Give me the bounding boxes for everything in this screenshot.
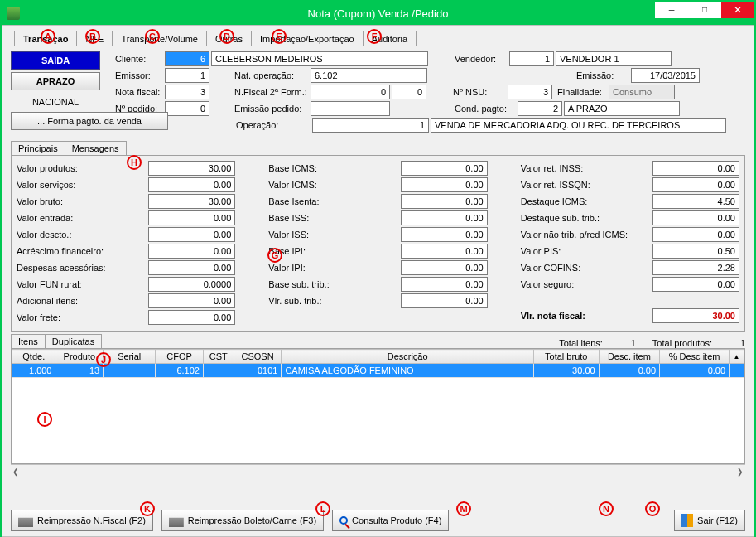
value-input[interactable] [652, 210, 739, 225]
value-input[interactable] [148, 293, 235, 308]
value-label: Valor PIS: [521, 246, 628, 256]
cliente-cod-input[interactable] [165, 51, 209, 66]
operacao-cod-input[interactable] [312, 118, 429, 133]
value-input[interactable] [401, 177, 488, 192]
total-itens-value: 1 [603, 338, 636, 348]
grid-header[interactable]: Total bruto [533, 350, 599, 364]
grid-header[interactable]: CST [203, 350, 234, 364]
grid-header[interactable]: CSOSN [234, 350, 282, 364]
grid-header[interactable]: % Desc item [660, 350, 730, 364]
value-input[interactable] [401, 244, 488, 259]
grid-scroll-up[interactable]: ▲ [730, 350, 744, 364]
value-input[interactable] [148, 177, 235, 192]
cliente-label: Cliente: [115, 54, 165, 64]
value-label: Base IPI: [268, 246, 376, 256]
value-label: Destaque sub. trib.: [521, 213, 628, 223]
value-label: Base ICMS: [268, 163, 376, 173]
nota-fiscal-input[interactable] [165, 85, 209, 99]
vendedor-nome-input[interactable] [556, 51, 672, 66]
num-pedido-input[interactable] [165, 101, 209, 116]
sair-button[interactable]: Sair (F12) [674, 510, 745, 531]
minimize-button[interactable] [655, 2, 688, 18]
nfiscal2-b-input[interactable] [392, 85, 426, 99]
emissor-input[interactable] [165, 68, 209, 83]
subtab-principais[interactable]: Principais [11, 141, 65, 155]
printer-icon [18, 514, 33, 527]
nat-oper-input[interactable] [311, 68, 427, 83]
tab-nfe[interactable]: NFE [76, 31, 113, 46]
items-grid[interactable]: Qtde.ProdutoSerialCFOPCSTCSOSNDescriçãoT… [11, 348, 745, 464]
grid-scrollbar[interactable]: ❮❯ [11, 464, 745, 477]
value-input[interactable] [652, 161, 739, 176]
value-label: Despesas acessórias: [17, 263, 124, 273]
aprazo-button[interactable]: APRAZO [11, 72, 100, 90]
value-input[interactable] [148, 260, 235, 275]
emissao-pedido-input[interactable] [311, 101, 390, 116]
close-button[interactable] [721, 2, 754, 18]
value-input[interactable] [148, 210, 235, 225]
tab-auditoria[interactable]: Auditoria [363, 31, 417, 46]
consulta-produto-button[interactable]: Consulta Produto (F4) [332, 510, 449, 531]
value-label: Valor ICMS: [268, 180, 376, 190]
reimpressao-nfiscal-button[interactable]: Reimpressão N.Fiscal (F2) [11, 510, 153, 531]
tab-transporte-volume[interactable]: Transporte/Volume [112, 31, 207, 46]
cond-pagto-desc-input[interactable] [564, 101, 680, 116]
emissao-label: Emissão: [576, 70, 631, 80]
value-input[interactable] [652, 194, 739, 209]
vendedor-cod-input[interactable] [509, 51, 554, 66]
cliente-nome-input[interactable] [211, 51, 428, 66]
value-input[interactable] [148, 310, 235, 325]
nsu-input[interactable] [508, 85, 552, 99]
value-input[interactable] [401, 210, 488, 225]
value-input[interactable] [401, 227, 488, 242]
tab-transacao[interactable]: Transação [14, 31, 77, 46]
value-input[interactable] [148, 277, 235, 292]
tab-importacao-exportacao[interactable]: Importação/Exportação [251, 31, 364, 46]
value-input[interactable] [652, 244, 739, 259]
consulta-produto-label: Consulta Produto (F4) [352, 515, 441, 525]
operacao-desc-input[interactable] [431, 118, 726, 133]
vendedor-label: Vendedor: [455, 54, 509, 64]
value-input[interactable] [148, 244, 235, 259]
nfiscal2-a-input[interactable] [311, 85, 390, 99]
emissao-pedido-label: Emissão pedido: [234, 104, 311, 114]
grid-header[interactable]: Serial [104, 350, 156, 364]
vlr-nota-fiscal-input[interactable] [652, 308, 739, 323]
grid-header[interactable]: Desc. item [599, 350, 659, 364]
value-input[interactable] [652, 277, 739, 292]
value-label: Vlr. sub. trib.: [268, 296, 376, 306]
subtab-mensagens[interactable]: Mensagens [65, 141, 127, 155]
value-input[interactable] [401, 260, 488, 275]
value-input[interactable] [652, 177, 739, 192]
value-input[interactable] [401, 194, 488, 209]
value-input[interactable] [401, 277, 488, 292]
grid-header[interactable]: CFOP [156, 350, 204, 364]
grid-header[interactable]: Qtde. [12, 350, 55, 364]
emissao-input[interactable] [631, 68, 700, 83]
cond-pagto-cod-input[interactable] [518, 101, 562, 116]
reimpressao-boleto-button[interactable]: Reimpressão Boleto/Carne (F3) [161, 510, 324, 531]
value-label: Base ISS: [268, 213, 376, 223]
operacao-label: Operação: [236, 120, 312, 130]
subtab-duplicatas[interactable]: Duplicatas [45, 334, 102, 348]
value-input[interactable] [148, 194, 235, 209]
maximize-button[interactable] [688, 2, 721, 18]
value-input[interactable] [652, 227, 739, 242]
value-label: Valor frete: [17, 312, 124, 322]
value-input[interactable] [401, 293, 488, 308]
forma-pagto-button[interactable]: ... Forma pagto. da venda [11, 112, 168, 130]
grid-header[interactable]: Descrição [282, 350, 533, 364]
value-input[interactable] [148, 227, 235, 242]
reimpressao-boleto-label: Reimpressão Boleto/Carne (F3) [188, 515, 316, 525]
value-input[interactable] [148, 161, 235, 176]
header-panel: SAÍDA APRAZO NACIONAL ... Forma pagto. d… [2, 46, 754, 138]
table-row[interactable]: 1.000136.1020101CAMISA ALGODÃO FEMININO3… [12, 364, 744, 378]
finalidade-select[interactable] [609, 85, 675, 99]
value-label: Valor seguro: [521, 279, 628, 289]
value-input[interactable] [652, 260, 739, 275]
subtab-itens[interactable]: Itens [11, 334, 46, 348]
grid-header[interactable]: Produto [55, 350, 104, 364]
value-label: Valor COFINS: [521, 263, 628, 273]
tab-outras[interactable]: Outras [206, 31, 252, 46]
value-input[interactable] [401, 161, 488, 176]
